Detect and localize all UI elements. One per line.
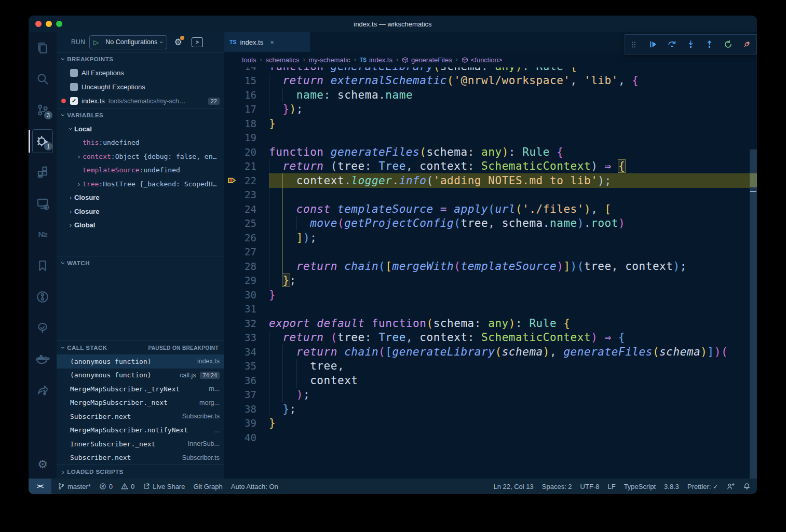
callstack-row[interactable]: MergeMapSubscriber._tryNextm... — [57, 382, 224, 396]
variable-row[interactable]: ›context: Object {debug: false, en… — [57, 149, 224, 163]
code-line[interactable]: 37 ); — [224, 388, 750, 402]
disconnect-icon[interactable] — [741, 38, 753, 51]
close-tab-icon[interactable]: × — [270, 38, 274, 46]
status-item[interactable] — [727, 483, 735, 490]
editor-gutter[interactable]: 36 — [224, 373, 269, 388]
grip-handle[interactable] — [628, 38, 641, 51]
breakpoint-row[interactable]: All Exceptions — [57, 66, 224, 80]
call-stack-header[interactable]: › CALL STACK PAUSED ON BREAKPOINT — [57, 340, 224, 354]
editor-gutter[interactable]: 15 — [224, 74, 269, 88]
editor-gutter[interactable]: 29 — [224, 274, 269, 288]
editor-gutter[interactable]: 38 — [224, 402, 269, 416]
code-line[interactable]: 32export default function(schema: any): … — [224, 316, 750, 331]
code-line[interactable]: 18} — [224, 116, 750, 131]
breakpoints-header[interactable]: › BREAKPOINTS — [57, 52, 224, 66]
editor-gutter[interactable]: 40 — [224, 430, 269, 445]
code-line[interactable]: 36 context — [224, 373, 750, 388]
activity-item-search-icon[interactable] — [29, 63, 57, 94]
code-line[interactable]: 26 ]); — [224, 230, 750, 245]
code-line[interactable]: 29 }; — [224, 274, 750, 288]
activity-item-bookmarks-icon[interactable] — [29, 250, 57, 281]
configure-gear-button[interactable]: ⚙ — [174, 37, 182, 48]
breakpoint-row[interactable]: Uncaught Exceptions — [57, 80, 224, 94]
launch-config-dropdown[interactable]: ▷ No Configurations › — [89, 35, 167, 49]
editor-gutter[interactable]: 34 — [224, 345, 269, 359]
scrollbar-slider[interactable] — [750, 149, 757, 479]
activity-item-git-graph-icon[interactable] — [29, 281, 57, 312]
editor-gutter[interactable]: 19 — [224, 131, 269, 145]
status-item[interactable] — [743, 483, 751, 490]
callstack-row[interactable]: Subscriber.nextSubscriber.ts — [57, 451, 224, 465]
status-item-git-graph[interactable]: Git Graph — [193, 483, 222, 490]
code-line[interactable]: 21 return (tree: Tree, context: Schemati… — [224, 159, 750, 174]
status-item-utf-8[interactable]: UTF-8 — [580, 483, 600, 490]
editor-gutter[interactable]: 14 — [224, 67, 269, 74]
breadcrumb-item[interactable]: tools — [242, 56, 256, 64]
editor-gutter[interactable]: 30 — [224, 288, 269, 302]
breakpoint-row[interactable]: ✓index.tstools/schematics/my-sch…22 — [57, 94, 224, 108]
restart-icon[interactable] — [722, 38, 735, 51]
editor-gutter[interactable]: 27 — [224, 245, 269, 260]
editor-gutter[interactable]: 37 — [224, 388, 269, 402]
breakpoint-checkbox[interactable] — [70, 83, 78, 91]
editor-gutter[interactable]: 39 — [224, 416, 269, 431]
editor-gutter[interactable]: 20 — [224, 145, 269, 159]
activity-item-run-debug-icon[interactable]: 1 — [29, 126, 57, 157]
breadcrumb-item[interactable]: schematics — [265, 56, 299, 64]
code-line[interactable]: 31 — [224, 302, 750, 317]
activity-item-docker-icon[interactable] — [29, 344, 57, 375]
breakpoint-checkbox[interactable] — [70, 69, 78, 77]
status-item-lf[interactable]: LF — [607, 483, 615, 490]
status-item-auto-attach-on[interactable]: Auto Attach: On — [231, 483, 278, 490]
editor-gutter[interactable]: 31 — [224, 302, 269, 317]
activity-item-nx-console-icon[interactable]: N≥ — [29, 219, 57, 250]
code-line[interactable]: 27 — [224, 245, 750, 260]
breadcrumb-item[interactable]: <function> — [462, 56, 503, 64]
editor-gutter[interactable]: 21 — [224, 159, 269, 174]
status-item-3-8-3[interactable]: 3.8.3 — [664, 483, 679, 490]
breadcrumb-item[interactable]: generateFiles — [402, 56, 452, 64]
activity-item-remote-explorer-icon[interactable] — [29, 188, 57, 219]
editor-gutter[interactable]: 23 — [224, 188, 269, 202]
code-line[interactable]: 24 const templateSource = apply(url('./f… — [224, 202, 750, 216]
code-line[interactable]: 15 return externalSchematic('@nrwl/works… — [224, 74, 750, 88]
breadcrumb-item[interactable]: my-schematic — [309, 56, 350, 64]
code-line[interactable]: 28 return chain([mergeWith(templateSourc… — [224, 259, 750, 274]
breadcrumb-item[interactable]: TSindex.ts — [360, 56, 392, 64]
callstack-row[interactable]: (anonymous function)call.js74:24 — [57, 369, 224, 383]
code-line[interactable]: 39} — [224, 416, 750, 431]
code-line[interactable]: 23 — [224, 188, 750, 202]
variables-header[interactable]: › VARIABLES — [57, 108, 224, 122]
editor-gutter[interactable]: 33 — [224, 331, 269, 345]
status-item-prettier-[interactable]: Prettier: ✓ — [687, 483, 719, 490]
editor-gutter[interactable]: 16 — [224, 88, 269, 102]
step-over-icon[interactable] — [666, 38, 678, 51]
editor-gutter[interactable]: 22 — [224, 173, 269, 188]
status-item-spaces-2[interactable]: Spaces: 2 — [542, 483, 572, 490]
callstack-row[interactable]: Subscriber.nextSubscriber.ts — [57, 410, 224, 424]
code-line[interactable]: 38 }; — [224, 402, 750, 416]
status-item-ln-22-col-13[interactable]: Ln 22, Col 13 — [493, 483, 533, 490]
editor-gutter[interactable]: 24 — [224, 202, 269, 216]
code-area[interactable]: 14function generateLibrary(schema: any):… — [224, 67, 757, 479]
code-line[interactable]: 34 return chain([generateLibrary(schema)… — [224, 345, 750, 359]
status-item-0[interactable]: 0 — [99, 483, 113, 490]
continue-icon[interactable] — [647, 38, 659, 51]
editor-gutter[interactable]: 17 — [224, 102, 269, 117]
editor-gutter[interactable]: 35 — [224, 359, 269, 374]
status-item-typescript[interactable]: TypeScript — [624, 483, 656, 490]
activity-item-extensions-icon[interactable] — [29, 157, 57, 188]
status-item-live-share[interactable]: Live Share — [143, 483, 185, 490]
callstack-row[interactable]: (anonymous function)index.ts — [57, 354, 224, 369]
variable-row[interactable]: ›Closure — [57, 191, 224, 205]
code-line[interactable]: 22 context.logger.info('adding NOTES.md … — [224, 173, 750, 188]
code-line[interactable]: 30} — [224, 288, 750, 302]
code-line[interactable]: 19 — [224, 131, 750, 145]
start-debug-icon[interactable]: ▷ — [93, 38, 99, 46]
editor-gutter[interactable]: 25 — [224, 216, 269, 231]
breakpoint-checkbox[interactable]: ✓ — [70, 97, 78, 105]
step-out-icon[interactable] — [703, 38, 716, 51]
manage-gear-icon[interactable]: ⚙ — [29, 451, 57, 479]
editor-gutter[interactable]: 18 — [224, 116, 269, 131]
variable-row[interactable]: ›tree: HostTree {_backend: ScopedH… — [57, 177, 224, 191]
